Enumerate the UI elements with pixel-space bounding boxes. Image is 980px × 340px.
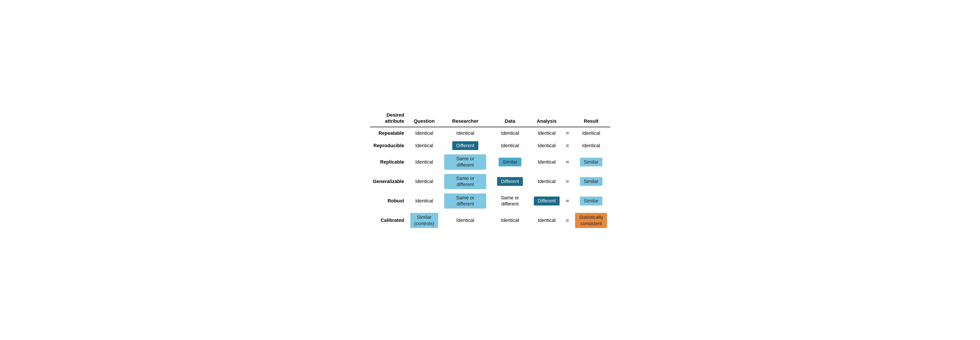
- cell-equals: =: [563, 139, 572, 153]
- cell-attribute: Robust: [370, 191, 407, 211]
- table-row: CalibratedSimilar (controls)IdenticalIde…: [370, 211, 610, 230]
- header-analysis: Analysis: [531, 110, 563, 127]
- cell-analysis: Identical: [531, 152, 563, 172]
- cell-analysis: Identical: [531, 211, 563, 230]
- cell-analysis: Identical: [531, 139, 563, 153]
- cell-question: Identical: [407, 191, 441, 211]
- cell-attribute: Generalizable: [370, 172, 407, 191]
- cell-researcher: Same or different: [441, 172, 489, 191]
- cell-question: Identical: [407, 127, 441, 139]
- table-row: RobustIdenticalSame or differentSame or …: [370, 191, 610, 211]
- cell-result: Similar: [572, 152, 610, 172]
- cell-data: Same or different: [489, 191, 531, 211]
- cell-analysis: Identical: [531, 172, 563, 191]
- cell-equals: =: [563, 191, 572, 211]
- reproducibility-table: Desired attribute Question Researcher Da…: [370, 110, 610, 230]
- cell-researcher: Same or different: [441, 152, 489, 172]
- cell-result: Similar: [572, 172, 610, 191]
- cell-data: Similar: [489, 152, 531, 172]
- cell-researcher: Different: [441, 139, 489, 153]
- table-row: ReproducibleIdenticalDifferentIdenticalI…: [370, 139, 610, 153]
- cell-result: Identical: [572, 139, 610, 153]
- cell-analysis: Different: [531, 191, 563, 211]
- cell-equals: =: [563, 127, 572, 139]
- header-researcher: Researcher: [441, 110, 489, 127]
- cell-result: Identical: [572, 127, 610, 139]
- cell-question: Identical: [407, 139, 441, 153]
- header-result: Result: [572, 110, 610, 127]
- cell-data: Different: [489, 172, 531, 191]
- header-attribute: Desired attribute: [370, 110, 407, 127]
- table-row: GeneralizableIdenticalSame or differentD…: [370, 172, 610, 191]
- cell-attribute: Reproducible: [370, 139, 407, 153]
- cell-researcher: Same or different: [441, 191, 489, 211]
- main-table-container: Desired attribute Question Researcher Da…: [370, 110, 610, 230]
- cell-question: Identical: [407, 152, 441, 172]
- cell-attribute: Repeatable: [370, 127, 407, 139]
- cell-equals: =: [563, 172, 572, 191]
- cell-equals: =: [563, 211, 572, 230]
- cell-analysis: Identical: [531, 127, 563, 139]
- header-eq: [563, 110, 572, 127]
- cell-result: Similar: [572, 191, 610, 211]
- cell-attribute: Replicable: [370, 152, 407, 172]
- table-row: ReplicableIdenticalSame or differentSimi…: [370, 152, 610, 172]
- header-data: Data: [489, 110, 531, 127]
- cell-data: Identical: [489, 127, 531, 139]
- cell-researcher: Identical: [441, 127, 489, 139]
- table-row: RepeatableIdenticalIdenticalIdenticalIde…: [370, 127, 610, 139]
- cell-attribute: Calibrated: [370, 211, 407, 230]
- cell-result: Statistically consistent: [572, 211, 610, 230]
- cell-researcher: Identical: [441, 211, 489, 230]
- cell-question: Similar (controls): [407, 211, 441, 230]
- cell-question: Identical: [407, 172, 441, 191]
- header-question: Question: [407, 110, 441, 127]
- cell-equals: =: [563, 152, 572, 172]
- cell-data: Identical: [489, 139, 531, 153]
- cell-data: Identical: [489, 211, 531, 230]
